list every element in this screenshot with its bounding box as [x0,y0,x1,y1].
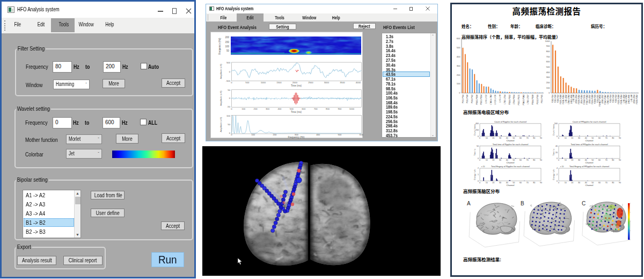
svg-text:LTB3-LTB4: LTB3-LTB4 [633,95,635,104]
svg-text:2: 2 [557,174,558,176]
svg-text:LTA3 4-TA3: LTA3 4-TA3 [490,95,492,105]
svg-text:C: C [582,201,586,206]
svg-text:600: 600 [457,37,460,40]
svg-text:400: 400 [316,133,320,136]
svg-text:50: 50 [228,123,230,126]
svg-text:20: 20 [571,137,573,139]
svg-text:900: 900 [338,108,342,110]
svg-text:0: 0 [478,135,479,138]
svg-text:P3I9-P3I2: P3I9-P3I2 [557,95,559,103]
svg-text:50: 50 [513,159,515,161]
svg-text:P3I10-P3I9: P3I10-P3I9 [594,95,596,104]
svg-text:Total time of Ripples for each: Total time of Ripples for each channel [493,143,529,146]
svg-text:30: 30 [578,159,580,161]
svg-text:Energy / uV²: Energy / uV² [553,169,555,180]
svg-text:LH13-LH16: LH13-LH16 [570,95,573,104]
svg-text:0: 0 [478,180,479,182]
svg-text:0: 0 [229,132,231,134]
svg-text:30: 30 [499,137,501,139]
svg-text:LTB3-LTB4: LTB3-LTB4 [504,95,506,104]
svg-text:700: 700 [314,108,318,110]
svg-text:P3B1-P3B4: P3B1-P3B4 [620,95,623,104]
svg-text:0: 0 [548,91,550,94]
svg-text:1: 1 [478,174,479,176]
svg-text:200: 200 [225,36,229,39]
svg-text:60: 60 [598,137,601,139]
svg-text:LTB4-P3B4: LTB4-P3B4 [581,95,583,104]
svg-text:Channel: Channel [586,184,594,187]
svg-text:500: 500 [546,66,550,68]
svg-text:80: 80 [612,159,614,161]
svg-text:Time (ms): Time (ms) [291,111,302,113]
svg-text:P3B5-P3B8: P3B5-P3B8 [476,95,478,105]
svg-text:Count of FRipples for each cha: Count of FRipples for each channel [573,120,606,123]
svg-text:400: 400 [457,55,460,58]
svg-text:1000: 1000 [261,81,266,84]
svg-text:P3A 3-P3A3: P3A 3-P3A3 [586,95,588,105]
svg-text:Time / s: Time / s [553,149,555,156]
svg-text:40: 40 [506,159,508,161]
svg-text:300: 300 [546,76,550,78]
svg-text:10: 10 [486,182,488,184]
svg-text:100: 100 [225,45,229,48]
svg-text:P3I1-P3I4: P3I1-P3I4 [462,95,464,103]
svg-text:LH9-LH12: LH9-LH12 [485,95,487,103]
svg-text:Total time of FRipples for eac: Total time of FRipples for each channel [570,143,608,146]
svg-text:P3I10-P3I9: P3I10-P3I9 [537,95,539,104]
svg-text:100: 100 [546,87,550,89]
svg-text:P3I5-P3I8: P3I5-P3I8 [466,95,469,103]
svg-text:0: 0 [558,159,559,161]
svg-text:P3B4-P3B8: P3B4-P3B8 [532,95,534,105]
svg-text:50: 50 [513,182,515,184]
svg-text:30: 30 [499,182,501,184]
svg-text:P3G1-P3G5: P3G1-P3G5 [583,95,586,105]
svg-text:0: 0 [478,158,479,160]
svg-text:Channel: Channel [586,139,594,142]
svg-text:3500: 3500 [340,81,345,84]
svg-text:P3B9-P3B2: P3B9-P3B2 [636,95,638,104]
svg-text:LH13-LH16: LH13-LH16 [628,95,630,104]
svg-text:0: 0 [557,158,558,160]
svg-text:0: 0 [479,182,480,184]
svg-text:LH5-LH8: LH5-LH8 [631,95,633,102]
svg-text:Channel: Channel [507,161,515,164]
svg-text:Channel: Channel [507,184,515,187]
svg-text:10: 10 [565,159,567,161]
svg-text:1000: 1000 [349,108,355,110]
svg-text:0: 0 [557,135,558,138]
svg-text:50: 50 [477,145,479,147]
svg-text:P3I5-P3I8: P3I5-P3I8 [554,95,557,103]
svg-text:500: 500 [457,46,460,49]
svg-text:LH13-LH16: LH13-LH16 [494,95,496,104]
svg-text:10: 10 [565,137,567,139]
svg-text:600: 600 [360,133,363,136]
svg-text:30: 30 [499,159,501,161]
svg-text:80: 80 [612,182,614,184]
svg-text:0: 0 [558,182,559,184]
svg-text:P3A 9-P3A7: P3A 9-P3A7 [604,95,606,105]
svg-text:400: 400 [546,71,550,74]
svg-text:10: 10 [565,182,567,184]
svg-text:10: 10 [486,137,488,139]
svg-text:0: 0 [459,91,460,94]
svg-text:40: 40 [506,137,508,139]
svg-text:60: 60 [519,182,522,184]
svg-text:40: 40 [585,182,587,184]
svg-text:P3B9-P3B2: P3B9-P3B2 [578,95,580,104]
svg-text:500: 500 [290,108,294,110]
svg-text:Time (ms): Time (ms) [291,84,302,87]
svg-text:500: 500 [338,133,342,136]
svg-text:800: 800 [326,108,330,110]
svg-text:P3I5-P3I8: P3I5-P3I8 [612,95,614,103]
svg-text:80: 80 [612,137,614,139]
svg-text:x 10: x 10 [481,166,485,168]
svg-text:Channel: Channel [586,161,594,164]
svg-text:P3B5-P3B8: P3B5-P3B8 [618,95,620,104]
svg-text:20: 20 [571,159,573,161]
svg-text:Amplitude (uV): Amplitude (uV) [219,64,222,79]
svg-text:LTB4-P3B4: LTB4-P3B4 [513,95,515,104]
svg-text:700: 700 [546,55,550,58]
svg-text:LH5-LH8: LH5-LH8 [573,95,575,102]
svg-text:70: 70 [526,137,529,139]
svg-text:100: 100 [251,133,255,136]
